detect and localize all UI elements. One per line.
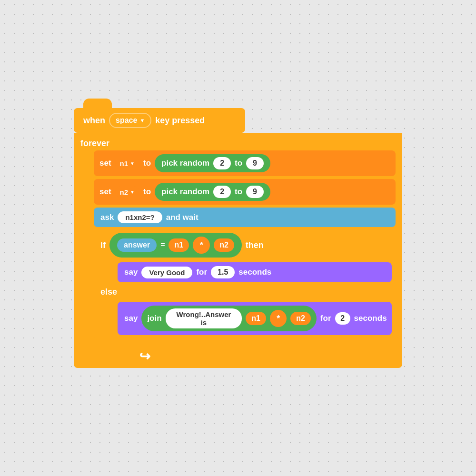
set1-to: to — [143, 159, 151, 168]
random1-to-label: to — [235, 159, 242, 168]
say2-seconds-val[interactable]: 2 — [335, 312, 350, 325]
set-n2-block[interactable]: set n2 ▼ to pick random 2 to 9 — [94, 179, 396, 205]
key-dropdown[interactable]: space ▼ — [109, 113, 151, 128]
say1-seconds: seconds — [238, 268, 271, 277]
say2-multiply[interactable]: * — [270, 310, 287, 327]
when-label: when — [83, 116, 105, 126]
ask-block[interactable]: ask n1xn2=? and wait — [94, 208, 396, 227]
say2-label: say — [124, 314, 138, 323]
key-pressed-label: key pressed — [155, 116, 205, 126]
say2-for: for — [320, 314, 331, 323]
dropdown-arrow-icon: ▼ — [139, 118, 145, 123]
forever-container: forever set n1 ▼ to pick random 2 to 9 — [74, 133, 402, 368]
n1-var[interactable]: n1 — [169, 238, 189, 252]
ask-label: ask — [100, 213, 114, 222]
pick-random-1-label: pick random — [161, 159, 209, 168]
random1-from[interactable]: 2 — [213, 157, 231, 169]
scratch-blocks: when space ▼ key pressed forever set n1 … — [74, 108, 402, 368]
multiply-op[interactable]: * — [193, 237, 210, 254]
then-label: then — [246, 240, 264, 250]
and-wait-label: and wait — [166, 213, 198, 222]
pick-random-2-label: pick random — [161, 187, 209, 197]
random1-end[interactable]: 9 — [246, 157, 264, 169]
join-label: join — [147, 314, 161, 323]
else-body: say join Wrong!..Answer is n1 * n2 for 2… — [94, 300, 398, 340]
forever-label: forever — [80, 137, 396, 150]
random2-to-label: to — [235, 187, 242, 197]
say1-block[interactable]: say Very Good for 1.5 seconds — [118, 262, 392, 282]
n1-dropdown[interactable]: n1 ▼ — [115, 158, 139, 169]
say2-n2[interactable]: n2 — [290, 312, 311, 325]
answer-block[interactable]: answer — [117, 238, 157, 252]
say1-seconds-val[interactable]: 1.5 — [211, 266, 235, 278]
key-label: space — [116, 116, 137, 125]
n2-arrow-icon: ▼ — [130, 189, 135, 195]
say1-message[interactable]: Very Good — [141, 267, 192, 278]
hat-block[interactable]: when space ▼ key pressed — [74, 108, 245, 133]
say1-for: for — [196, 268, 207, 277]
say2-block[interactable]: say join Wrong!..Answer is n1 * n2 for 2… — [118, 302, 392, 335]
ask-question[interactable]: n1xn2=? — [118, 211, 162, 223]
n1-arrow-icon: ▼ — [130, 161, 135, 166]
set-n1-block[interactable]: set n1 ▼ to pick random 2 to 9 — [94, 150, 396, 176]
if-header: if answer = n1 * n2 then — [94, 230, 398, 260]
set1-label: set — [99, 159, 111, 168]
say2-seconds: seconds — [354, 314, 387, 323]
say2-message[interactable]: Wrong!..Answer is — [166, 308, 242, 328]
pick-random-2-block[interactable]: pick random 2 to 9 — [155, 183, 270, 201]
then-body: say Very Good for 1.5 seconds — [94, 260, 398, 284]
n2-var[interactable]: n2 — [214, 238, 234, 252]
set2-label: set — [99, 187, 111, 197]
say1-label: say — [124, 268, 138, 277]
if-else-block: if answer = n1 * n2 then say Very — [94, 230, 398, 340]
else-label: else — [94, 284, 398, 300]
random2-from[interactable]: 2 — [213, 186, 231, 198]
pick-random-1-block[interactable]: pick random 2 to 9 — [155, 154, 270, 172]
random2-end[interactable]: 9 — [246, 186, 264, 198]
if-label: if — [100, 240, 106, 250]
loop-arrow-container: ↩ — [80, 345, 209, 368]
loop-arrow-icon: ↩ — [139, 348, 150, 364]
join-block[interactable]: join Wrong!..Answer is n1 * n2 — [141, 306, 317, 331]
set2-to: to — [143, 187, 151, 197]
equals-label: = — [160, 241, 165, 249]
condition-block[interactable]: answer = n1 * n2 — [109, 233, 242, 258]
say2-n1[interactable]: n1 — [246, 312, 266, 325]
n2-dropdown[interactable]: n2 ▼ — [115, 186, 139, 198]
